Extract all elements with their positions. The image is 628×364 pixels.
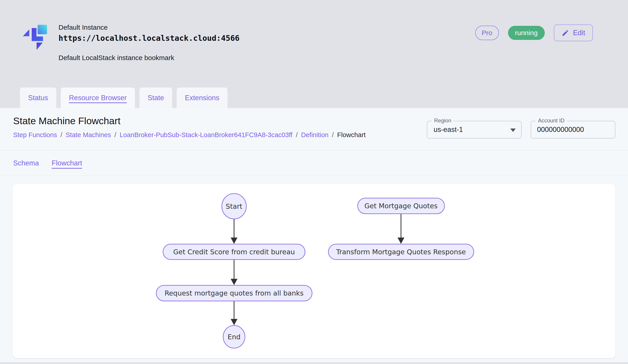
arrow-down-icon bbox=[397, 238, 404, 244]
instance-name: Default Instance bbox=[59, 24, 239, 31]
breadcrumb-separator: / bbox=[60, 131, 62, 139]
svg-text:Transform Mortgage Quotes Resp: Transform Mortgage Quotes Response bbox=[336, 248, 466, 256]
status-badge: running bbox=[508, 26, 545, 40]
flow-node-get-mortgage-quotes: Get Mortgage Quotes bbox=[358, 198, 445, 214]
region-select-label: Region bbox=[432, 118, 454, 124]
breadcrumb-definition[interactable]: Definition bbox=[301, 131, 329, 139]
breadcrumb: Step Functions / State Machines / LoanBr… bbox=[13, 131, 366, 139]
breadcrumb-state-machine-name[interactable]: LoanBroker-PubSub-Stack-LoanBroker641FC9… bbox=[120, 131, 292, 139]
state-machine-flowchart: Start Get Credit Score from credit burea… bbox=[13, 184, 615, 358]
flow-node-end: End bbox=[223, 325, 245, 348]
tab-state[interactable]: State bbox=[140, 87, 172, 108]
subtab-schema[interactable]: Schema bbox=[13, 159, 39, 167]
flow-node-request-quotes: Request mortgage quotes from all banks bbox=[156, 285, 312, 301]
svg-text:Request mortgage quotes from a: Request mortgage quotes from all banks bbox=[165, 289, 304, 297]
edit-button-label: Edit bbox=[573, 29, 585, 37]
definition-subtabs: Schema Flowchart bbox=[0, 150, 628, 176]
breadcrumb-step-functions[interactable]: Step Functions bbox=[13, 131, 57, 139]
svg-text:Get Mortgage Quotes: Get Mortgage Quotes bbox=[364, 202, 438, 210]
breadcrumb-separator: / bbox=[296, 131, 298, 139]
svg-text:Start: Start bbox=[226, 202, 242, 210]
account-id-label: Account ID bbox=[536, 118, 567, 124]
flowchart-card: Start Get Credit Score from credit burea… bbox=[13, 184, 615, 358]
tab-extensions[interactable]: Extensions bbox=[177, 87, 228, 108]
instance-description: Default LocalStack instance bookmark bbox=[59, 54, 239, 62]
flow-node-start: Start bbox=[222, 193, 246, 219]
breadcrumb-separator: / bbox=[114, 131, 116, 139]
breadcrumb-separator: / bbox=[332, 131, 334, 139]
arrow-down-icon bbox=[231, 319, 237, 325]
scope-controls: Region us-east-1 Account ID bbox=[427, 121, 615, 138]
pro-badge: Pro bbox=[475, 26, 499, 40]
header-actions: Pro running Edit bbox=[475, 24, 593, 41]
svg-text:End: End bbox=[228, 333, 240, 341]
arrow-down-icon bbox=[231, 238, 237, 244]
page-title: State Machine Flowchart bbox=[13, 115, 120, 126]
localstack-logo bbox=[20, 21, 53, 54]
account-id-field: Account ID bbox=[531, 121, 615, 138]
tab-bar: Status Resource Browser State Extensions bbox=[20, 87, 228, 108]
instance-url: https://localhost.localstack.cloud:4566 bbox=[59, 34, 239, 43]
region-select-value: us-east-1 bbox=[427, 125, 463, 134]
tab-status[interactable]: Status bbox=[20, 87, 56, 108]
flow-edge-request-to-end bbox=[231, 301, 237, 325]
flow-edge-quotes-to-transform bbox=[397, 214, 404, 244]
flow-edge-credit-to-request bbox=[231, 259, 237, 285]
resource-browser-panel: State Machine Flowchart Step Functions /… bbox=[0, 108, 628, 362]
arrow-down-icon bbox=[231, 279, 237, 285]
edit-button[interactable]: Edit bbox=[554, 24, 593, 41]
svg-text:Get Credit Score from credit b: Get Credit Score from credit bureau bbox=[173, 248, 295, 256]
chevron-down-icon bbox=[510, 128, 516, 132]
account-id-input[interactable] bbox=[531, 121, 615, 138]
title-section: State Machine Flowchart Step Functions /… bbox=[0, 108, 628, 150]
subtab-flowchart[interactable]: Flowchart bbox=[52, 159, 82, 167]
flow-node-get-credit-score: Get Credit Score from credit bureau bbox=[163, 244, 305, 259]
breadcrumb-state-machines[interactable]: State Machines bbox=[66, 131, 111, 139]
region-select[interactable]: Region us-east-1 bbox=[427, 121, 522, 138]
flow-node-transform-response: Transform Mortgage Quotes Response bbox=[328, 244, 474, 259]
breadcrumb-flowchart: Flowchart bbox=[337, 131, 366, 139]
instance-info: Default Instance https://localhost.local… bbox=[59, 24, 239, 62]
pencil-icon bbox=[561, 29, 569, 37]
tab-resource-browser[interactable]: Resource Browser bbox=[61, 87, 135, 108]
flow-edge-start-to-credit bbox=[231, 219, 237, 244]
